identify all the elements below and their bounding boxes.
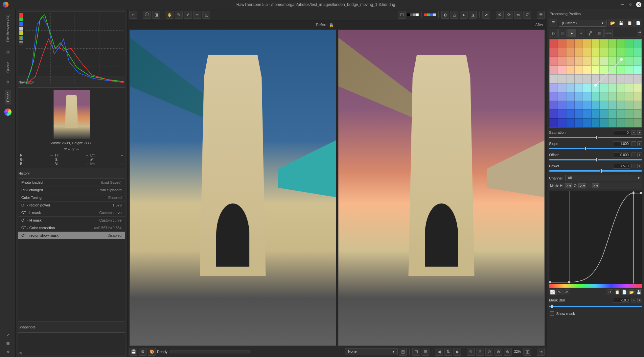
save-icon[interactable]: 💾 [129,348,137,356]
color-grid-cell[interactable] [616,109,625,118]
tab-exposure-icon[interactable]: ◐ [549,29,558,37]
color-grid-cell[interactable] [600,92,608,101]
history-row[interactable]: CT - Color correctiona=0.567 b=0.564 [18,224,125,232]
color-grid-cell[interactable] [558,83,566,92]
monitor-icon[interactable]: 🖵 [398,11,406,19]
mask-h-curve[interactable]: ✓ ▾ [565,183,573,188]
zoom-out-icon[interactable]: ⊖ [467,348,475,356]
folder-icon[interactable]: ▥ [5,49,11,55]
queue-add-icon[interactable]: ⚙ [139,348,147,356]
color-grid-cell[interactable] [608,109,617,118]
color-grid-cell[interactable] [558,57,566,66]
lock-icon[interactable]: 🔒 [329,23,334,27]
color-grid-cell[interactable] [608,57,617,66]
color-grid-cell[interactable] [566,74,575,83]
color-grid-cell[interactable] [575,65,583,74]
preview-after[interactable] [338,30,545,346]
mask-c-curve[interactable]: ✓ ▾ [578,183,586,188]
sharpening-contrast-icon[interactable]: ◮ [469,11,477,19]
picker-icon[interactable]: ✎ [175,11,183,19]
history-row[interactable]: CT - L maskCustom curve [18,209,125,217]
color-grid-cell[interactable] [549,48,558,57]
color-grid-cell[interactable] [600,39,608,48]
color-grid-cell[interactable] [591,74,600,83]
slope-slider[interactable] [549,148,642,149]
close-button[interactable]: ✕ [636,2,641,7]
color-grid-cell[interactable] [600,118,608,127]
color-grid-cell[interactable] [549,74,558,83]
color-grid-cell[interactable] [549,83,558,92]
color-grid-cell[interactable] [633,101,642,110]
mask-blur-slider[interactable] [549,306,642,307]
color-grid-cell[interactable] [575,57,583,66]
history-row[interactable]: Photo loaded(Last Saved) [18,179,125,186]
zoom-fit-icon[interactable]: ⊕ [476,348,484,356]
curve-paste-icon[interactable]: 📄 [621,289,628,295]
gear-icon[interactable]: ⚙ [5,79,11,86]
hand-tool-icon[interactable]: ✋ [166,11,173,19]
color-grid-cell[interactable] [575,109,583,118]
color-grid-cell[interactable] [616,57,625,66]
curve-editor[interactable] [549,191,642,288]
curve-edit-icon[interactable]: ✐ [564,289,570,295]
color-grid-cell[interactable] [600,48,608,57]
color-grid-cell[interactable] [616,92,625,101]
color-grid-cell[interactable] [591,92,600,101]
color-grid-cell[interactable] [566,109,575,118]
color-grid-cell[interactable] [633,48,642,57]
color-grid-cell[interactable] [616,74,625,83]
color-grid-cell[interactable] [600,74,608,83]
color-grid-cell[interactable] [558,48,566,57]
color-grid-cell[interactable] [608,48,617,57]
color-grid-cell[interactable] [591,48,600,57]
curve-linear-icon[interactable]: 📈 [549,289,556,295]
saturation-plus[interactable]: + [637,130,642,135]
info-icon[interactable]: ⓘ [143,11,151,19]
power-plus[interactable]: + [637,164,642,168]
color-grid-cell[interactable] [625,118,633,127]
mask-blur-value[interactable]: -10.0 [613,298,630,303]
color-grid-cell[interactable] [616,83,625,92]
panel-collapse-icon[interactable]: ⇥ [637,29,642,36]
maximize-button[interactable]: ◇ [628,2,633,7]
clip-shadow-icon[interactable]: △ [450,11,458,19]
color-grid-cell[interactable] [608,92,617,101]
mask-blur-plus[interactable]: + [637,298,642,302]
color-grid-cell[interactable] [591,83,600,92]
mask-blur-minus[interactable]: − [632,298,636,302]
tab-transform-icon[interactable]: ▞ [586,29,594,37]
color-grid-cell[interactable] [575,48,583,57]
curve-reset-icon[interactable]: ↺ [607,289,613,295]
color-grid-cell[interactable] [591,39,600,48]
color-grid-cell[interactable] [583,57,591,66]
profile-save-icon[interactable]: 💾 [617,19,625,27]
color-grid-cell[interactable] [633,39,642,48]
nav-sync-icon[interactable]: ⊡ [412,348,420,356]
color-grid-cell[interactable] [575,118,583,127]
color-grid-cell[interactable] [625,57,633,66]
grid-toggle-icon[interactable]: ▦ [5,340,11,346]
flip-h-icon[interactable]: ⇋ [514,11,522,19]
color-grid-cell[interactable] [625,74,633,83]
color-grid-cell[interactable] [575,92,583,101]
zoom-in-icon[interactable]: ⊕ [504,348,512,356]
color-grid-cell[interactable] [616,65,625,74]
color-grid-cell[interactable] [591,65,600,74]
preview-before[interactable] [129,30,336,346]
crop-icon[interactable]: ✂ [193,11,201,19]
slope-minus[interactable]: − [632,141,636,146]
color-grid-cell[interactable] [625,92,633,101]
settings-icon[interactable]: ☰ [537,11,545,19]
color-grid-cell[interactable] [608,74,617,83]
nav-window-icon[interactable]: ⊞ [422,348,429,356]
color-grid-cell[interactable] [625,101,633,110]
color-grid-cell[interactable] [616,48,625,57]
send-to-editor-icon[interactable]: 🎨 [148,348,156,356]
offset-minus[interactable]: − [632,153,636,157]
channel-preview-picker[interactable] [424,13,436,16]
sync-thumb-icon[interactable]: ⇅ [444,348,452,356]
profile-copy-icon[interactable]: 📋 [626,19,633,27]
tab-meta-icon[interactable]: META [604,29,613,37]
color-grid-cell[interactable] [575,74,583,83]
color-grid-cell[interactable] [566,92,575,101]
